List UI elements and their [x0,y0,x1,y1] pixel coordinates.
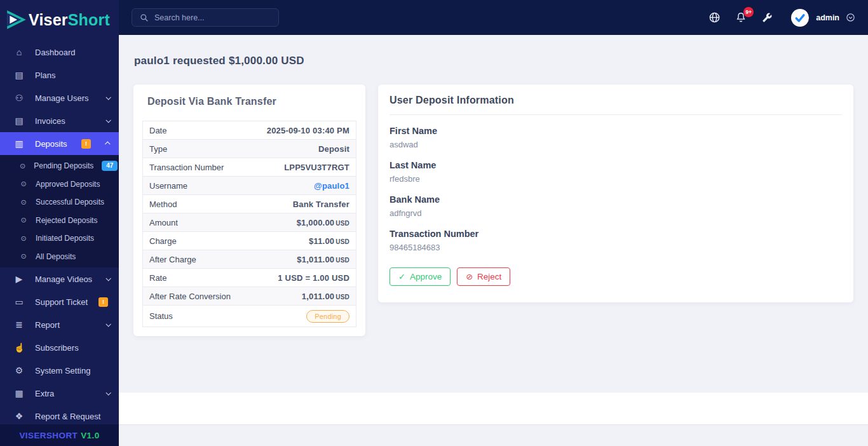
sidebar-item-subscribers[interactable]: ☝Subscribers [0,336,119,359]
sidebar-item-report[interactable]: ≣Report [0,313,119,336]
sidebar-item-invoices[interactable]: ▤Invoices [0,109,119,132]
sidebar-version: VISERSHORT V1.0 [0,424,119,446]
approve-button-label: Approve [410,272,442,281]
row-value: Deposit [248,140,356,158]
brand-logo[interactable]: ViserShort [0,0,119,39]
thumbs-up-icon: ☝ [14,342,24,353]
main-area: 9+ admin paulo1 requested $1,000.00 USD [119,0,868,446]
field-value: adfngrvd [390,208,842,218]
page-title: paulo1 requested $1,000.00 USD [134,55,853,67]
row-value: Pending [248,306,356,327]
topbar: 9+ admin [119,0,868,35]
sidebar-subitem-initiated-deposits[interactable]: ⊙Initiated Deposits [0,229,119,248]
sidebar-item-report-request[interactable]: ❖Report & Request [0,405,119,424]
field-first-name: First Nameasdwad [390,126,842,149]
deposit-detail-card: Deposit Via Bank Transfer Date2025-09-10… [133,84,365,336]
sidebar-subitem-rejected-deposits[interactable]: ⊙Rejected Deposits [0,212,119,230]
chevron-down-icon [105,118,111,123]
reject-button[interactable]: ⊘ Reject [457,267,510,286]
row-label: After Charge [143,250,249,269]
sidebar-subitem-label: Pending Deposits [34,161,93,170]
sidebar-item-label: Manage Videos [35,274,95,284]
sidebar-nav: ⌂Dashboard▤Plans⚇Manage Users▤Invoices▥D… [0,39,119,424]
brand-logo-icon [5,9,28,30]
field-label: Bank Name [390,194,842,205]
chevron-down-icon [105,95,111,100]
field-value: rfedsbre [390,174,842,184]
sidebar-item-manage-videos[interactable]: ▶Manage Videos [0,267,119,290]
approve-button[interactable]: ✓ Approve [390,267,451,286]
reject-button-label: Reject [477,272,501,281]
table-icon: ▦ [14,388,24,398]
row-value: $1,000.00USD [248,213,356,232]
table-row-charge: Charge$11.00USD [143,232,356,250]
sidebar-item-plans[interactable]: ▤Plans [0,64,119,86]
sidebar-subitem-approved-deposits[interactable]: ⊙Approved Deposits [0,175,119,194]
sidebar-subitem-label: All Deposits [36,252,110,261]
sidebar-item-support-ticket[interactable]: ▭Support Ticket! [0,290,119,313]
bottom-strip [119,424,868,446]
value-text: Deposit [318,144,349,154]
footer-band [119,393,868,424]
sidebar-item-extra[interactable]: ▦Extra [0,382,119,405]
radio-circle-icon: ⊙ [20,180,27,188]
bug-icon: ❖ [14,411,24,421]
sidebar-item-dashboard[interactable]: ⌂Dashboard [0,41,119,64]
chevron-up-icon [105,141,110,146]
table-row-transaction-number: Transaction NumberLPP5VU3T7RGT [143,158,356,177]
sidebar-subitem-label: Successful Deposits [36,198,110,206]
row-label: Charge [143,232,249,250]
sidebar-item-manage-users[interactable]: ⚇Manage Users [0,86,119,109]
sidebar-item-label: Invoices [35,116,95,126]
search-box[interactable] [132,8,279,27]
table-row-amount: Amount$1,000.00USD [143,213,356,232]
sidebar-item-label: Dashboard [35,48,110,57]
row-label: After Rate Conversion [143,287,249,306]
sidebar-item-label: Support Ticket [35,297,88,307]
row-label: Status [143,306,249,327]
language-globe-icon[interactable] [709,11,721,24]
value-text: $11.00 [309,236,334,246]
admin-avatar[interactable] [791,9,809,27]
currency-suffix: USD [336,257,349,264]
table-row-after-rate-conversion: After Rate Conversion1,011.00USD [143,287,356,306]
sidebar-item-deposits[interactable]: ▥Deposits! [0,132,119,155]
field-label: First Name [390,126,842,136]
sidebar-subitem-label: Initiated Deposits [36,234,110,243]
home-icon: ⌂ [14,47,24,57]
sidebar-subitem-all-deposits[interactable]: ⊙All Deposits [0,248,119,266]
admin-menu-chevron-icon[interactable] [846,13,855,22]
notification-bell-icon[interactable]: 9+ [735,11,747,24]
value-text: $1,000.00 [297,218,335,227]
currency-suffix: USD [336,238,349,245]
field-value: 98465184683 [390,243,842,252]
sidebar-item-label: Manage Users [35,93,95,103]
sidebar-submenu-deposits: ⊙Pending Deposits47⊙Approved Deposits⊙Su… [0,155,119,267]
settings-wrench-icon[interactable] [761,12,773,24]
topbar-actions: 9+ admin [709,9,855,27]
version-number: V1.0 [81,431,99,440]
sidebar-subitem-pending-deposits[interactable]: ⊙Pending Deposits47 [0,157,119,175]
report-icon: ≣ [14,320,24,330]
sidebar-item-label: Report [35,320,95,330]
row-label: Amount [143,213,249,232]
user-card-title: User Deposit Information [390,95,842,115]
sidebar-subitem-successful-deposits[interactable]: ⊙Successful Deposits [0,193,119,212]
sidebar-item-system-setting[interactable]: ⚙System Setting [0,359,119,382]
search-input[interactable] [154,13,262,22]
field-bank-name: Bank Nameadfngrvd [390,194,842,218]
row-label: Transaction Number [143,158,249,177]
row-value: 1 USD = 1.00 USD [248,269,356,287]
user-deposit-info-card: User Deposit Information First Nameasdwa… [378,84,853,302]
row-label: Type [143,140,249,158]
cards-row: Deposit Via Bank Transfer Date2025-09-10… [133,84,853,336]
field-label: Last Name [390,160,842,170]
table-row-date: Date2025-09-10 03:40 PM [143,121,356,140]
notification-count-badge: 9+ [743,7,754,17]
row-value: 1,011.00USD [248,287,356,306]
table-row-status: StatusPending [143,306,356,327]
field-label: Transaction Number [390,229,842,239]
username-link[interactable]: @paulo1 [314,181,349,191]
status-badge: Pending [306,310,349,323]
check-icon: ✓ [398,273,405,281]
